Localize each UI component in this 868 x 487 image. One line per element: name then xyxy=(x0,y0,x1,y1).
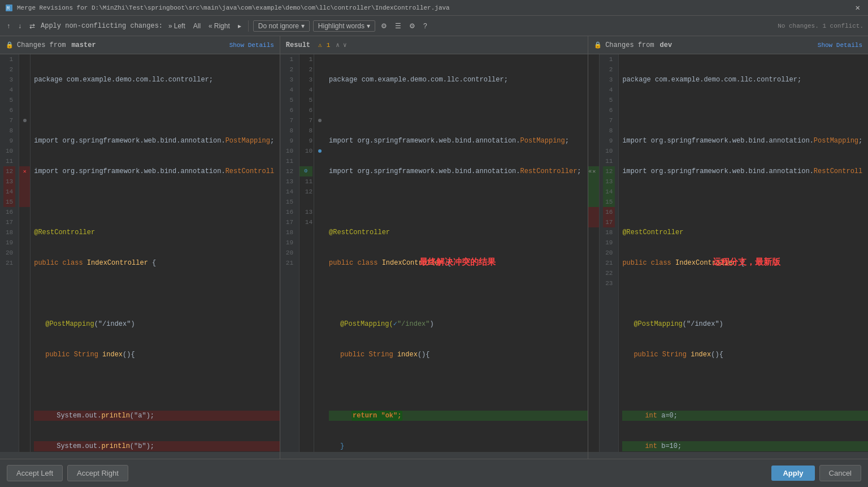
conflict-nav-up[interactable]: ∧ xyxy=(336,41,340,49)
sync-icon: ⇄ xyxy=(29,22,35,30)
settings-icon-button[interactable]: ⚙ xyxy=(379,21,389,31)
double-chevron-right-icon: » xyxy=(168,22,172,30)
left-lock-icon: 🔒 xyxy=(6,41,14,49)
left-gutter: ✕ xyxy=(19,54,31,452)
highlight-words-label: Highlight words xyxy=(318,22,364,30)
left-branch-prefix: Changes from xyxy=(17,41,66,49)
right-label: Right xyxy=(214,22,230,30)
equalizer-icon: ⚙ xyxy=(381,22,387,30)
right-branch-prefix: Changes from xyxy=(605,41,654,49)
highlight-words-dropdown[interactable]: Highlight words ▾ xyxy=(313,20,375,32)
arrow-up-button[interactable]: ↑ xyxy=(5,21,12,31)
help-button[interactable]: ? xyxy=(421,21,429,31)
accept-left-button[interactable]: Accept Left xyxy=(7,465,63,481)
right-panel-header: 🔒 Changes from dev Show Details xyxy=(588,36,868,54)
apply-all-button[interactable]: All xyxy=(191,21,203,31)
gear-button[interactable]: ⚙ xyxy=(407,21,418,31)
left-code-area[interactable]: 1 2 3 4 5 6 7 8 9 10 11 12 13 14 15 16 1… xyxy=(0,54,280,452)
toolbar-separator-1 xyxy=(248,20,249,32)
middle-result-lines: 1 2 3 4 5 6 7 8 9 10 ⚙ 11 12 13 14 xyxy=(300,54,314,452)
conflict-nav-down[interactable]: ∨ xyxy=(343,41,347,49)
sync-icon-button[interactable]: ⇄ xyxy=(27,21,37,31)
do-not-ignore-label: Do not ignore xyxy=(258,22,299,30)
conflict-count: 1 xyxy=(327,42,331,49)
more-icon: ▸ xyxy=(238,22,241,30)
close-button[interactable]: ✕ xyxy=(852,2,863,14)
help-icon: ? xyxy=(423,22,427,30)
middle-gutter xyxy=(314,54,326,452)
gear-icon: ⚙ xyxy=(409,22,415,30)
left-code-lines: package com.example.demo.com.llc.control… xyxy=(31,54,280,452)
up-arrow-icon: ↑ xyxy=(7,22,10,30)
title-bar: M Merge Revisions for D:\MinZhi\Test\spr… xyxy=(0,0,868,16)
window-title: Merge Revisions for D:\MinZhi\Test\sprin… xyxy=(17,5,852,11)
middle-panel: Result ⚠ 1 ∧ ∨ 1 2 3 4 5 6 7 8 9 10 11 1… xyxy=(280,36,588,452)
left-panel-header: 🔒 Changes from master Show Details xyxy=(0,36,280,54)
accept-right-button[interactable]: Accept Right xyxy=(67,465,128,481)
toolbar: ↑ ↓ ⇄ Apply non-conflicting changes: » L… xyxy=(0,16,868,36)
right-code-area[interactable]: « ✕ 1 2 3 4 5 6 xyxy=(588,54,868,452)
columns-icon-button[interactable]: ☰ xyxy=(393,21,403,31)
apply-left-button[interactable]: » Left xyxy=(166,21,188,31)
middle-code-area[interactable]: 1 2 3 4 5 6 7 8 9 10 11 12 13 14 15 16 1… xyxy=(280,54,588,452)
left-branch-name: master xyxy=(71,41,96,49)
down-arrow-icon: ↓ xyxy=(18,22,21,30)
columns-icon: ☰ xyxy=(395,22,401,30)
double-chevron-left-icon: « xyxy=(209,22,212,30)
middle-panel-header: Result ⚠ 1 ∧ ∨ xyxy=(280,36,588,54)
conflict-warning: ⚠ xyxy=(318,41,322,49)
left-label: Left xyxy=(174,22,185,30)
right-branch-name: dev xyxy=(660,41,672,49)
arrow-down-button[interactable]: ↓ xyxy=(16,21,24,31)
left-line-numbers: 1 2 3 4 5 6 7 8 9 10 11 12 13 14 15 16 1… xyxy=(0,54,19,452)
more-options-button[interactable]: ▸ xyxy=(236,21,244,31)
right-show-details-link[interactable]: Show Details xyxy=(818,42,862,49)
horizontal-scrollbar-area xyxy=(0,452,868,459)
conflict-status: No changes. 1 conflict. xyxy=(778,23,863,29)
panel-container: 🔒 Changes from master Show Details 1 2 3… xyxy=(0,36,868,452)
right-code-lines: package com.example.demo.com.llc.control… xyxy=(619,54,868,452)
apply-button[interactable]: Apply xyxy=(771,466,814,481)
app-icon: M xyxy=(5,3,14,12)
bottom-bar: Accept Left Accept Right Apply Cancel xyxy=(0,459,868,487)
toolbar-right: No changes. 1 conflict. xyxy=(778,23,863,29)
svg-text:M: M xyxy=(7,6,10,11)
middle-code-lines: package com.example.demo.com.llc.control… xyxy=(326,54,588,452)
right-panel: 🔒 Changes from dev Show Details « xyxy=(588,36,868,452)
right-gutter-left: « ✕ xyxy=(588,54,600,452)
apply-non-conflicting-label: Apply non-conflicting changes: xyxy=(41,22,163,30)
result-label: Result xyxy=(286,41,310,49)
middle-line-numbers: 1 2 3 4 5 6 7 8 9 10 11 12 13 14 15 16 1… xyxy=(280,54,300,452)
right-line-numbers: 1 2 3 4 5 6 7 8 9 10 11 12 13 14 15 16 1… xyxy=(600,54,619,452)
apply-right-button[interactable]: « Right xyxy=(206,21,232,31)
cancel-button[interactable]: Cancel xyxy=(819,465,861,481)
highlight-dropdown-arrow: ▾ xyxy=(367,22,370,30)
left-panel: 🔒 Changes from master Show Details 1 2 3… xyxy=(0,36,280,452)
dropdown-arrow-icon: ▾ xyxy=(301,22,305,30)
apply-all-label: All xyxy=(193,22,201,30)
do-not-ignore-dropdown[interactable]: Do not ignore ▾ xyxy=(253,20,310,32)
right-lock-icon: 🔒 xyxy=(594,41,602,49)
left-show-details-link[interactable]: Show Details xyxy=(229,42,274,49)
